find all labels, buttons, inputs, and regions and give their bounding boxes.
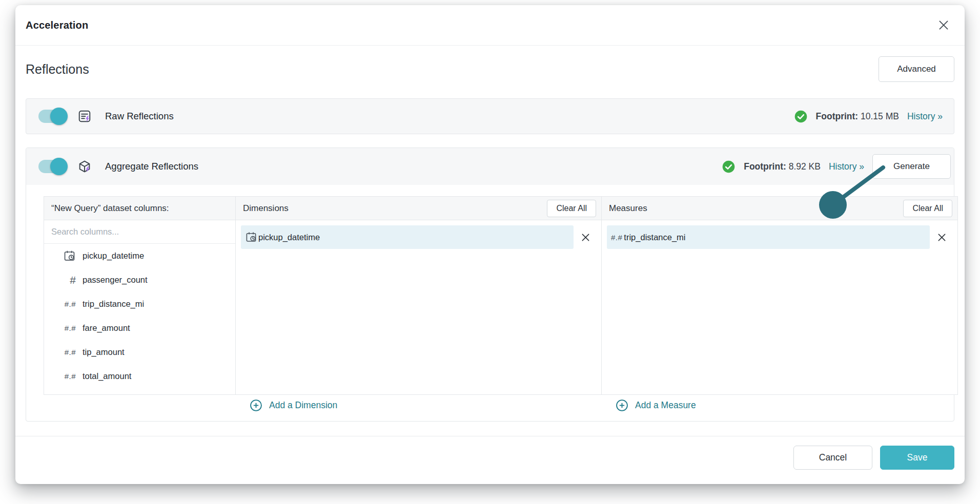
dimensions-clear-all-button[interactable]: Clear All [547, 200, 596, 217]
list-item[interactable]: #.# fare_amount [44, 316, 235, 340]
close-icon[interactable] [936, 17, 951, 33]
footprint-label: Footprint: [744, 161, 786, 172]
dataset-columns-header: “New Query” dataset columns: [44, 197, 235, 220]
decimal-type-icon: #.# [55, 324, 76, 332]
decimal-type-icon: #.# [611, 233, 622, 242]
list-item[interactable]: #.# trip_distance_mi [44, 292, 235, 316]
raw-reflections-toggle[interactable] [38, 110, 66, 123]
measures-panel: Measures Clear All #.# trip_distance_mi [602, 197, 957, 394]
column-name: tip_amount [83, 347, 125, 357]
remove-measure-icon[interactable] [930, 232, 953, 243]
dimensions-panel: Dimensions Clear All pick [236, 197, 602, 394]
chip-label: trip_distance_mi [624, 233, 685, 242]
search-row [44, 220, 235, 244]
circle-plus-icon [250, 399, 262, 412]
measure-chip[interactable]: #.# trip_distance_mi [607, 225, 930, 249]
list-item[interactable]: pickup_datetime [44, 244, 235, 268]
footprint-label: Footprint: [816, 111, 859, 121]
advanced-button[interactable]: Advanced [879, 56, 954, 82]
list-item[interactable]: #.# total_amount [44, 364, 235, 388]
reflections-heading: Reflections [26, 62, 89, 77]
datetime-type-icon [245, 231, 257, 243]
integer-type-icon: # [55, 274, 76, 286]
raw-reflections-label: Raw Reflections [105, 111, 174, 122]
dialog-title: Acceleration [26, 19, 88, 31]
column-name: trip_distance_mi [83, 299, 144, 309]
remove-dimension-icon[interactable] [574, 232, 597, 243]
add-measure-button[interactable]: Add a Measure [616, 392, 696, 419]
dataset-column-list: pickup_datetime # passenger_count #.# tr… [44, 244, 235, 388]
circle-plus-icon [616, 399, 628, 412]
toggle-knob [50, 108, 68, 125]
raw-history-link[interactable]: History » [907, 111, 943, 122]
decimal-type-icon: #.# [55, 300, 76, 308]
aggregate-history-link[interactable]: History » [829, 161, 864, 172]
reflections-section-header: Reflections Advanced [26, 46, 954, 93]
dimensions-title: Dimensions [243, 203, 289, 214]
footer-divider [15, 436, 965, 436]
column-name: fare_amount [83, 323, 130, 333]
generate-button[interactable]: Generate [872, 154, 951, 179]
column-name: total_amount [83, 371, 131, 381]
search-columns-input[interactable] [51, 227, 233, 237]
list-item[interactable]: # passenger_count [44, 268, 235, 292]
aggregate-reflections-toggle[interactable] [38, 160, 66, 173]
list-item[interactable]: #.# tip_amount [44, 340, 235, 364]
dataset-columns-title: “New Query” dataset columns: [51, 203, 169, 214]
add-measure-label: Add a Measure [635, 400, 696, 411]
footprint-value: 8.92 KB [789, 161, 821, 172]
measures-header: Measures Clear All [602, 197, 957, 220]
dialog-header: Acceleration [15, 5, 965, 45]
check-circle-icon [794, 110, 808, 123]
aggregate-footprint: Footprint: 8.92 KB [744, 161, 821, 172]
acceleration-dialog: Acceleration Reflections Advanced [15, 5, 965, 484]
cancel-button[interactable]: Cancel [793, 446, 872, 470]
measures-title: Measures [609, 203, 647, 214]
aggregate-reflections-section: Aggregate Reflections Footprint: 8.92 KB… [26, 148, 954, 422]
raw-reflections-row: Raw Reflections Footprint: 10.15 MB Hist… [26, 98, 954, 134]
add-dimension-button[interactable]: Add a Dimension [250, 392, 337, 419]
footprint-value: 10.15 MB [861, 111, 899, 121]
aggregate-reflection-icon [77, 159, 92, 174]
column-name: passenger_count [83, 275, 148, 285]
dimensions-header: Dimensions Clear All [236, 197, 601, 220]
dialog-footer: Cancel Save [793, 446, 954, 470]
decimal-type-icon: #.# [55, 372, 76, 381]
toggle-knob [50, 158, 68, 175]
chip-label: pickup_datetime [258, 233, 320, 242]
aggregate-reflections-row: Aggregate Reflections Footprint: 8.92 KB… [26, 148, 954, 185]
column-name: pickup_datetime [83, 251, 144, 261]
measure-chip-row: #.# trip_distance_mi [607, 225, 953, 249]
dataset-columns-panel: “New Query” dataset columns: [44, 197, 236, 394]
raw-footprint: Footprint: 10.15 MB [816, 111, 899, 122]
add-links-row: Add a Dimension Add a Measure [44, 392, 958, 419]
dimension-chip[interactable]: pickup_datetime [241, 225, 574, 249]
raw-reflection-icon [77, 109, 92, 123]
save-button[interactable]: Save [880, 446, 954, 470]
measures-clear-all-button[interactable]: Clear All [903, 200, 952, 217]
aggregate-reflections-label: Aggregate Reflections [105, 161, 198, 172]
add-dimension-label: Add a Dimension [269, 400, 337, 411]
check-circle-icon [722, 160, 736, 174]
decimal-type-icon: #.# [55, 348, 76, 356]
dimension-chip-row: pickup_datetime [241, 225, 597, 249]
datetime-type-icon [55, 249, 76, 262]
reflection-columns-panel: “New Query” dataset columns: [44, 196, 958, 395]
